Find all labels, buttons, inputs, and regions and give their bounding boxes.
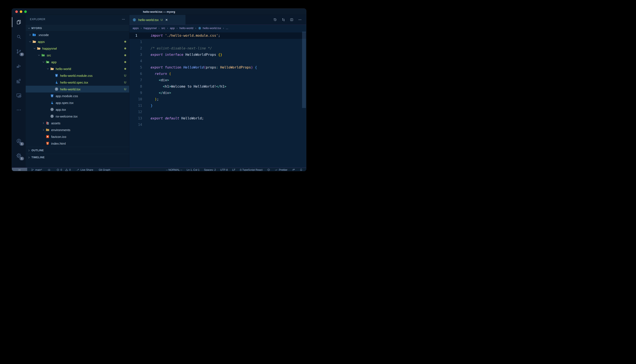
tree-item-nx-welcome-tsx[interactable]: nx-welcome.tsx (26, 113, 129, 120)
settings-badge: 1 (20, 157, 24, 160)
breadcrumb-item-apps[interactable]: apps (133, 26, 139, 30)
chevron-down-icon (27, 27, 31, 30)
git-untracked-badge: U (124, 80, 126, 84)
status-encoding[interactable]: UTF-8 (220, 168, 228, 172)
tree-item-hello-world-spec-tsx[interactable]: TShello-world.spec.tsxU (26, 79, 129, 86)
breadcrumb-item--[interactable]: ... (226, 26, 228, 30)
tree-item-happynrwl[interactable]: happynrwl (26, 45, 129, 52)
status-cursor-position[interactable]: Ln 1, Col 1 (187, 168, 199, 172)
search-icon (16, 34, 22, 40)
favicon-icon (46, 134, 50, 139)
explorer-more-actions-button[interactable] (121, 18, 125, 21)
code-line: 7 <div> (129, 77, 306, 83)
status-live-share[interactable]: Live Share (76, 168, 93, 171)
git-modified-dot-badge (124, 68, 126, 70)
tree-item-apps[interactable]: apps (26, 38, 129, 45)
tree-item-hello-world-tsx[interactable]: hello-world.tsxU (26, 86, 129, 92)
workspace-section-header[interactable]: MYORG (26, 25, 129, 32)
close-window-button[interactable] (15, 10, 18, 13)
tree-item-environments[interactable]: environments (26, 126, 129, 133)
editor-group[interactable]: hello-world.tsx U ✕ apps›happynrwl›src›a… (129, 15, 306, 168)
line-number: 7 (129, 77, 142, 83)
folder-env-icon (46, 128, 50, 132)
tree-item--vscode[interactable]: .vscode (26, 32, 129, 38)
tree-item-src[interactable]: </>src (26, 52, 129, 58)
status-remote-indicator[interactable] (12, 168, 27, 171)
feedback-icon (292, 168, 295, 171)
status-language-mode[interactable]: {} TypeScript React (240, 168, 263, 172)
code-line: 8 <h1>Welcome to HelloWorld!</h1> (129, 83, 306, 90)
window-title: hello-world.tsx — myorg (143, 10, 175, 13)
breadcrumb-separator: › (176, 26, 177, 30)
tree-item-label: src (47, 54, 51, 57)
react-icon (198, 26, 201, 30)
tree-item-label: hello-world.module.css (60, 74, 93, 78)
code-line: 5export function HelloWorld(props: Hello… (129, 64, 306, 71)
activity-bar-item-explorer[interactable] (12, 15, 26, 30)
tree-item-assets[interactable]: assets (26, 120, 129, 126)
tree-item-hello-world[interactable]: hello-world (26, 65, 129, 72)
status-vim-mode[interactable]: -- NORMAL -- (166, 168, 182, 172)
breadcrumb-item-happynrwl[interactable]: happynrwl (144, 26, 157, 30)
activity-bar-item-more-views[interactable] (12, 103, 26, 117)
minimize-window-button[interactable] (20, 10, 22, 13)
zoom-window-button[interactable] (24, 10, 27, 13)
status-git-branch[interactable]: main* (31, 168, 42, 171)
activity-bar-item-run-and-debug[interactable] (12, 59, 26, 74)
activity-bar-item-settings[interactable]: 1 (12, 148, 26, 163)
open-timeline-button[interactable] (273, 18, 277, 22)
tab-hello-world-tsx[interactable]: hello-world.tsx U ✕ (129, 15, 185, 24)
activity-bar-item-remote-explorer[interactable] (12, 88, 26, 103)
line-number: 10 (129, 96, 142, 102)
vscode-icon (32, 33, 36, 37)
activity-bar-item-extensions[interactable] (12, 74, 26, 88)
run-and-debug-icon (16, 63, 22, 69)
code-area[interactable]: 1import './hello-world.module.css';12/* … (129, 32, 306, 128)
breadcrumb-item-hello-world[interactable]: hello-world (179, 26, 193, 30)
activity-bar-item-accounts[interactable]: 1 (12, 134, 26, 148)
status-git-graph[interactable]: Git Graph (99, 168, 110, 172)
status-github[interactable] (267, 168, 270, 171)
explorer-icon (16, 19, 22, 25)
traffic-lights (15, 10, 27, 13)
sidebar-panel-outline[interactable]: OUTLINE (26, 147, 129, 154)
code-line: 6 return ( (129, 71, 306, 77)
activity-bar-item-search[interactable] (12, 30, 26, 44)
tree-item-index-html[interactable]: 5index.html (26, 140, 129, 147)
line-number: 1 (129, 32, 142, 39)
status-problems[interactable]: 00 (56, 168, 71, 171)
tree-item-app-module-css[interactable]: 3app.module.css (26, 92, 129, 99)
more-actions-button[interactable] (298, 18, 302, 22)
tree-item-favicon-ico[interactable]: favicon.ico (26, 133, 129, 140)
tree-item-app-spec-tsx[interactable]: TSapp.spec.tsx (26, 99, 129, 106)
errors-icon (56, 168, 60, 171)
git-untracked-badge: U (124, 74, 126, 77)
tab-close-button[interactable]: ✕ (165, 18, 168, 22)
remote-icon (18, 168, 21, 172)
code-line: 1 (129, 39, 306, 45)
sidebar-panel-timeline[interactable]: TIMELINE (26, 154, 129, 161)
activity-bar: 3 11 (12, 15, 26, 168)
status-notifications[interactable] (300, 168, 303, 171)
status-feedback[interactable] (292, 168, 295, 171)
status-eol[interactable]: LF (232, 168, 235, 172)
tree-item-hello-world-module-css[interactable]: 3hello-world.module.cssU (26, 72, 129, 79)
workspace-name: MYORG (32, 27, 42, 30)
extensions-icon (16, 78, 22, 84)
breadcrumb-item-app[interactable]: app (170, 26, 175, 30)
git-untracked-badge: U (124, 88, 126, 91)
split-editor-button[interactable] (290, 18, 294, 22)
tree-item-app-tsx[interactable]: app.tsx (26, 106, 129, 113)
activity-bar-item-source-control[interactable]: 3 (12, 44, 26, 59)
breadcrumb-item-hello-world-tsx[interactable]: hello-world.tsx (198, 26, 221, 30)
open-changes-button[interactable] (282, 18, 285, 22)
status-prettier[interactable]: Prettier (275, 168, 287, 171)
breadcrumb-item-src[interactable]: src (161, 26, 165, 30)
tree-item-label: index.html (51, 142, 66, 145)
status-indentation[interactable]: Spaces: 2 (204, 168, 216, 172)
status-publish-changes[interactable] (48, 168, 51, 171)
editor-scrollbar[interactable] (302, 32, 306, 108)
tree-item-app[interactable]: app (26, 58, 129, 65)
chevron-down-icon (41, 60, 46, 64)
folder-open-icon (37, 46, 41, 50)
